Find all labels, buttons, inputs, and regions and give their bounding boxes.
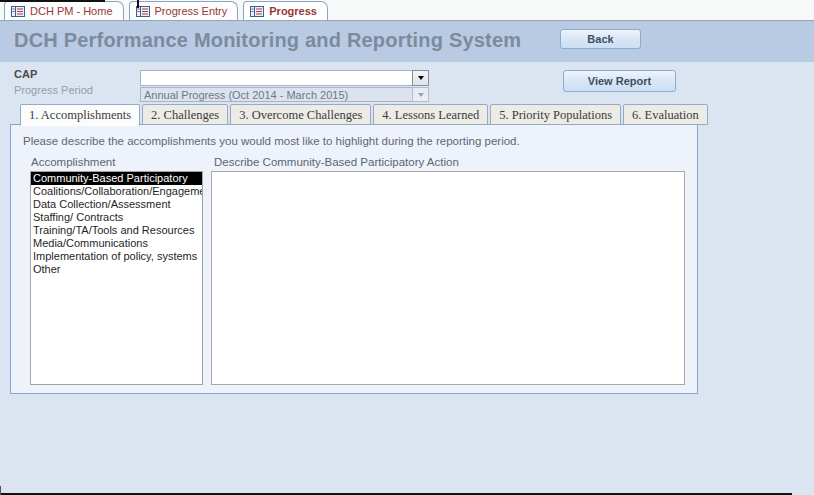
window-edge-artifact [0, 0, 105, 2]
dropdown-arrow-icon [418, 76, 424, 80]
tab-2-challenges[interactable]: 2. Challenges [142, 104, 228, 125]
progress-period-label: Progress Period [14, 84, 93, 96]
progress-period-value: Annual Progress (Oct 2014 - March 2015) [140, 87, 412, 102]
doc-tab-label: Progress Entry [155, 5, 228, 17]
form-icon [11, 6, 25, 17]
tab-6-evaluation[interactable]: 6. Evaluation [623, 104, 708, 125]
section-tab-strip: 1. Accomplishments2. Challenges3. Overco… [20, 104, 708, 126]
list-item[interactable]: Implementation of policy, systems [31, 250, 202, 263]
doc-tab-progress[interactable]: Progress [243, 1, 328, 20]
document-tab-bar: DCH PM - HomeProgress EntryProgress [0, 0, 814, 21]
list-item[interactable]: Coalitions/Collaboration/Engagement [31, 185, 202, 198]
accomplishment-list-label: Accomplishment [31, 156, 115, 168]
window-edge-artifact [137, 0, 139, 8]
describe-action-label: Describe Community-Based Participatory A… [214, 156, 459, 168]
list-item[interactable]: Media/Communications [31, 237, 202, 250]
list-item[interactable]: Training/TA/Tools and Resources [31, 224, 202, 237]
accomplishment-listbox[interactable]: Community-Based ParticipatoryCoalitions/… [30, 171, 203, 385]
progress-period-dropdown-button [412, 87, 429, 102]
accomplishments-tab-panel: Please describe the accomplishments you … [10, 124, 698, 394]
tab-4-lessons-learned[interactable]: 4. Lessons Learned [373, 104, 488, 125]
progress-period-combobox: Annual Progress (Oct 2014 - March 2015) [140, 87, 429, 102]
cap-combobox [140, 70, 429, 86]
tab-5-priority-populations[interactable]: 5. Priority Populations [490, 104, 621, 125]
dropdown-arrow-icon [418, 93, 424, 97]
tab-1-accomplishments[interactable]: 1. Accomplishments [20, 104, 140, 126]
list-item[interactable]: Community-Based Participatory [31, 172, 202, 185]
doc-tab-label: Progress [269, 5, 317, 17]
window-edge-artifact [0, 486, 1, 495]
cap-dropdown-button[interactable] [412, 70, 429, 86]
instruction-text: Please describe the accomplishments you … [23, 135, 520, 147]
form-icon [250, 6, 264, 17]
doc-tab-label: DCH PM - Home [30, 5, 113, 17]
list-item[interactable]: Staffing/ Contracts [31, 211, 202, 224]
cap-input[interactable] [140, 70, 412, 86]
back-button[interactable]: Back [560, 29, 641, 49]
list-item[interactable]: Data Collection/Assessment [31, 198, 202, 211]
describe-action-textarea[interactable] [211, 171, 685, 385]
cap-label: CAP [14, 68, 37, 80]
page-title: DCH Performance Monitoring and Reporting… [14, 29, 521, 52]
doc-tab-progress-entry[interactable]: Progress Entry [129, 1, 239, 20]
doc-tab-dch-pm-home[interactable]: DCH PM - Home [4, 1, 124, 20]
header-banner: DCH Performance Monitoring and Reporting… [0, 21, 814, 62]
document-tabs: DCH PM - HomeProgress EntryProgress [4, 1, 328, 20]
view-report-button[interactable]: View Report [563, 70, 676, 92]
window-edge-artifact [0, 493, 792, 495]
tab-3-overcome-challenges[interactable]: 3. Overcome Challenges [230, 104, 371, 125]
list-item[interactable]: Other [31, 263, 202, 276]
